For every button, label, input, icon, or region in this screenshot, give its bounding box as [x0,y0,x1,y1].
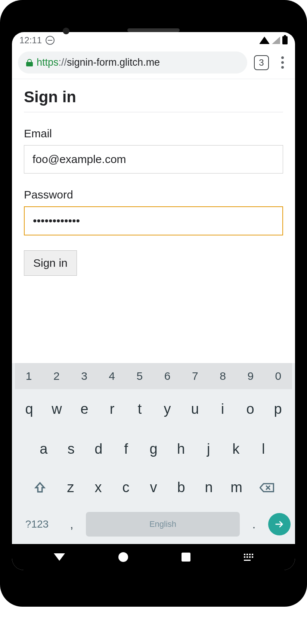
key-m[interactable]: m [223,476,250,499]
key-o[interactable]: o [236,397,264,421]
url-scheme: https [37,57,59,68]
nav-back-button[interactable] [54,553,65,561]
android-navbar [12,544,295,570]
key-n[interactable]: n [195,476,223,499]
symbols-key[interactable]: ?123 [16,518,58,530]
address-bar[interactable]: https://signin-form.glitch.me [18,51,247,74]
enter-key[interactable] [268,513,291,535]
key-e[interactable]: e [71,397,98,421]
cellular-icon [272,37,280,44]
key-p[interactable]: p [264,397,292,421]
key-3[interactable]: 3 [70,363,98,389]
battery-icon [282,36,288,44]
key-9[interactable]: 9 [237,363,264,389]
phone-frame: 12:11 https://signin-form.glitch.me [0,0,307,607]
key-k[interactable]: k [222,437,250,461]
key-q[interactable]: q [15,397,43,421]
key-a[interactable]: a [30,437,58,461]
nav-keyboard-switch-button[interactable] [244,554,253,561]
key-u[interactable]: u [181,397,209,421]
tab-switcher-button[interactable]: 3 [254,55,269,70]
key-1[interactable]: 1 [15,363,43,389]
key-r[interactable]: r [98,397,126,421]
backspace-key[interactable] [250,482,284,493]
key-7[interactable]: 7 [181,363,209,389]
key-i[interactable]: i [209,397,236,421]
comma-key[interactable]: , [61,518,83,531]
key-v[interactable]: v [140,476,167,499]
status-bar: 12:11 [12,32,295,47]
email-field-group: Email [24,127,283,173]
status-left: 12:11 [19,35,55,46]
key-y[interactable]: y [154,397,181,421]
key-f[interactable]: f [112,437,140,461]
keyboard-row-2: a s d f g h j k l [15,429,292,469]
key-t[interactable]: t [126,397,154,421]
screen: 12:11 https://signin-form.glitch.me [12,32,295,570]
keyboard-row-1: q w e r t y u i o p [15,389,292,429]
page-content: Sign in Email Password Sign in [12,79,295,363]
keyboard-bottom-row: ?123 , English . [15,506,292,540]
key-w[interactable]: w [43,397,71,421]
key-4[interactable]: 4 [98,363,126,389]
lock-icon [26,59,33,66]
key-z[interactable]: z [57,476,84,499]
clock: 12:11 [19,35,42,46]
phone-bezel: 12:11 https://signin-form.glitch.me [7,7,300,600]
key-h[interactable]: h [167,437,195,461]
speaker-grille [127,28,180,32]
key-2[interactable]: 2 [43,363,70,389]
key-l[interactable]: l [249,437,277,461]
nav-recent-button[interactable] [182,553,190,562]
backspace-icon [260,482,275,493]
browser-toolbar: https://signin-form.glitch.me 3 [12,47,295,79]
wifi-icon [259,37,270,44]
key-5[interactable]: 5 [126,363,154,389]
soft-keyboard: 1 2 3 4 5 6 7 8 9 0 q w e r t y [12,363,295,544]
sign-in-button[interactable]: Sign in [24,250,77,276]
key-g[interactable]: g [140,437,167,461]
front-camera [63,28,69,34]
key-d[interactable]: d [85,437,112,461]
keyboard-row-3: z x c v b n m [15,469,292,506]
key-6[interactable]: 6 [154,363,181,389]
period-key[interactable]: . [243,518,265,531]
key-x[interactable]: x [84,476,112,499]
shift-icon [34,481,46,494]
email-label: Email [24,127,283,140]
key-b[interactable]: b [167,476,195,499]
page-title: Sign in [24,88,283,112]
key-s[interactable]: s [58,437,85,461]
password-field-group: Password [24,188,283,235]
nav-home-button[interactable] [118,552,128,562]
password-label: Password [24,188,283,201]
keyboard-number-row: 1 2 3 4 5 6 7 8 9 0 [15,363,292,389]
url-separator: :// [59,57,67,68]
key-8[interactable]: 8 [209,363,236,389]
key-j[interactable]: j [195,437,222,461]
shift-key[interactable] [23,481,57,494]
do-not-disturb-icon [46,36,55,45]
status-right [259,36,288,44]
key-c[interactable]: c [112,476,140,499]
arrow-right-icon [274,519,285,529]
key-0[interactable]: 0 [264,363,292,389]
more-menu-button[interactable] [276,56,289,69]
email-input[interactable] [24,145,283,173]
url-host: signin-form.glitch.me [67,57,160,68]
spacebar[interactable]: English [86,512,240,537]
password-input[interactable] [24,206,283,235]
